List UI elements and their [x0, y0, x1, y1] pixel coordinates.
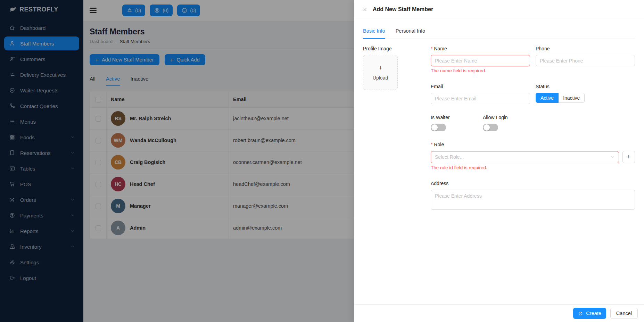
plus-icon: + — [378, 64, 382, 72]
allow-login-group: Allow Login — [483, 115, 527, 131]
email-label: Email — [431, 84, 530, 89]
name-label: *Name — [431, 46, 530, 51]
add-staff-drawer: Add New Staff Member Basic InfoPersonal … — [354, 0, 644, 322]
address-label: Address — [431, 181, 635, 186]
save-icon — [578, 311, 583, 316]
role-error: The role id field is required. — [431, 165, 635, 170]
drawer-body: Basic InfoPersonal Info Profile Image + … — [354, 28, 644, 211]
email-field[interactable] — [431, 93, 530, 104]
allow-login-label: Allow Login — [483, 115, 527, 120]
name-field[interactable] — [431, 55, 530, 66]
name-error: The name field is required. — [431, 68, 530, 73]
drawer-tabs: Basic InfoPersonal Info — [363, 28, 635, 39]
address-group: Address — [431, 181, 635, 211]
is-waiter-group: Is Waiter — [431, 115, 475, 131]
role-group: *Role Select Role... + The role id field… — [431, 142, 635, 170]
email-group: Email — [431, 84, 530, 104]
is-waiter-toggle[interactable] — [431, 124, 446, 131]
drawer-tab-personal-info[interactable]: Personal Info — [396, 28, 425, 39]
add-role-button[interactable]: + — [622, 151, 635, 163]
profile-image-group: Profile Image + Upload — [363, 46, 425, 131]
drawer-footer: Create Cancel — [354, 304, 644, 322]
phone-field[interactable] — [536, 55, 635, 66]
toggles-row: Is Waiter Allow Login — [431, 115, 530, 131]
is-waiter-label: Is Waiter — [431, 115, 475, 120]
required-mark: * — [431, 46, 432, 51]
address-field[interactable] — [431, 190, 635, 210]
close-icon[interactable] — [362, 7, 368, 12]
required-mark: * — [431, 142, 432, 147]
status-segmented-control: ActiveInactive — [536, 93, 585, 103]
drawer-tab-basic-info[interactable]: Basic Info — [363, 28, 385, 39]
status-group: Status ActiveInactive — [536, 84, 635, 104]
phone-group: Phone — [536, 46, 635, 73]
role-select[interactable]: Select Role... — [431, 151, 619, 163]
chevron-down-icon — [610, 155, 615, 159]
profile-image-label: Profile Image — [363, 46, 425, 51]
name-group: *Name The name field is required. — [431, 46, 530, 73]
drawer-title: Add New Staff Member — [373, 6, 433, 13]
drawer-header: Add New Staff Member — [354, 0, 644, 19]
role-label: *Role — [431, 142, 635, 147]
allow-login-toggle[interactable] — [483, 124, 498, 131]
staff-form: Profile Image + Upload *Name The name fi… — [363, 46, 635, 211]
create-button[interactable]: Create — [573, 308, 606, 319]
phone-label: Phone — [536, 46, 635, 51]
upload-button[interactable]: + Upload — [363, 55, 398, 90]
cancel-button[interactable]: Cancel — [610, 308, 638, 319]
status-option-active[interactable]: Active — [536, 93, 559, 103]
status-label: Status — [536, 84, 635, 89]
status-option-inactive[interactable]: Inactive — [559, 93, 585, 103]
